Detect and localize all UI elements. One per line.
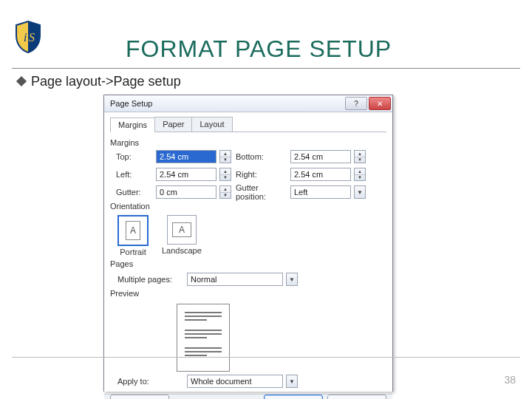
tab-margins[interactable]: Margins <box>110 117 155 132</box>
close-button[interactable]: ✕ <box>369 97 391 110</box>
spin-bottom[interactable]: ▲▼ <box>354 150 366 163</box>
page-setup-dialog: Page Setup ? ✕ Margins Paper Layout Marg… <box>103 95 393 392</box>
help-button[interactable]: ? <box>345 97 367 110</box>
label-gutter-pos: Gutter position: <box>236 183 287 201</box>
drop-gutter-pos[interactable]: ▼ <box>354 185 366 199</box>
spin-gutter[interactable]: ▲▼ <box>219 185 231 199</box>
select-gutter-pos[interactable]: Left <box>290 185 351 199</box>
label-bottom: Bottom: <box>236 152 287 161</box>
page-number: 38 <box>504 374 516 386</box>
spin-top[interactable]: ▲▼ <box>219 150 231 163</box>
spin-left[interactable]: ▲▼ <box>219 168 231 181</box>
label-right: Right: <box>236 170 287 179</box>
input-top[interactable]: 2.54 cm <box>156 150 216 163</box>
label-apply-to: Apply to: <box>117 377 184 386</box>
input-left[interactable]: 2.54 cm <box>156 168 216 181</box>
svg-text:i: i <box>24 31 27 44</box>
orientation-landscape-label: Landscape <box>162 246 202 255</box>
input-bottom[interactable]: 2.54 cm <box>290 150 351 163</box>
group-margins-label: Margins <box>110 138 386 147</box>
bullet-line: Page layout->Page setup <box>18 74 181 89</box>
group-preview-label: Preview <box>110 289 386 298</box>
bullet-text: Page layout->Page setup <box>31 74 181 89</box>
tab-paper[interactable]: Paper <box>154 117 192 132</box>
preview-area <box>117 301 386 372</box>
bullet-icon <box>16 76 27 86</box>
svg-text:S: S <box>29 31 35 44</box>
group-orientation-label: Orientation <box>110 202 386 211</box>
dialog-titlebar[interactable]: Page Setup ? ✕ <box>104 95 392 112</box>
dialog-title: Page Setup <box>110 99 153 108</box>
logo-shield: i S <box>15 21 41 53</box>
label-gutter: Gutter: <box>116 188 153 197</box>
title-underline <box>12 68 520 69</box>
input-right[interactable]: 2.54 cm <box>290 168 351 181</box>
dialog-tabs: Margins Paper Layout <box>110 117 386 132</box>
orientation-portrait-label: Portrait <box>120 248 146 256</box>
cancel-button[interactable]: Cancel <box>327 395 386 399</box>
ok-button[interactable]: OK <box>264 395 323 399</box>
tab-layout[interactable]: Layout <box>191 117 232 132</box>
footer-line <box>12 357 520 358</box>
label-left: Left: <box>116 170 153 179</box>
drop-apply-to[interactable]: ▼ <box>286 375 298 388</box>
orientation-portrait[interactable]: A <box>117 215 149 246</box>
slide-title: FORMAT PAGE SETUP <box>126 35 392 63</box>
select-apply-to[interactable]: Whole document <box>187 375 283 388</box>
label-multiple-pages: Multiple pages: <box>117 275 184 284</box>
default-button[interactable]: Default… <box>110 395 169 399</box>
group-pages-label: Pages <box>110 259 386 268</box>
drop-multiple-pages[interactable]: ▼ <box>286 273 298 286</box>
input-gutter[interactable]: 0 cm <box>156 185 216 199</box>
spin-right[interactable]: ▲▼ <box>354 168 366 181</box>
label-top: Top: <box>116 152 153 161</box>
select-multiple-pages[interactable]: Normal <box>187 273 283 286</box>
orientation-landscape[interactable]: A <box>167 215 197 245</box>
preview-page <box>177 304 230 372</box>
